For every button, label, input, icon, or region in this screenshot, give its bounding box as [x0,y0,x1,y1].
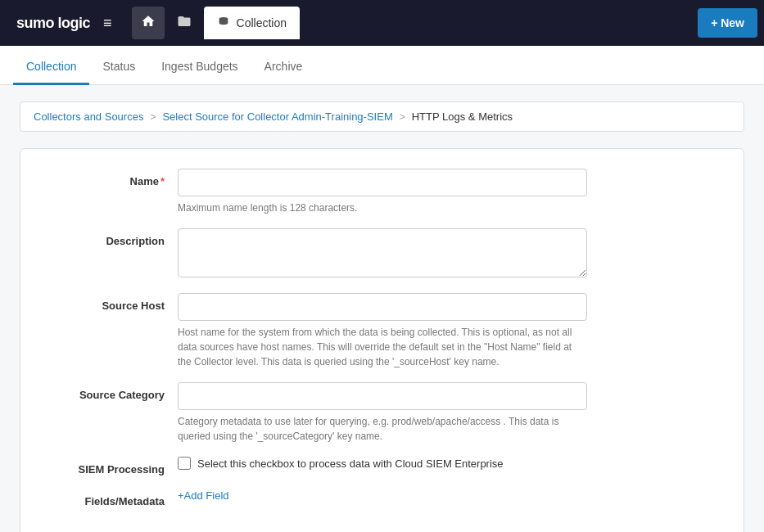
siem-checkbox[interactable] [178,457,191,470]
siem-processing-label: SIEM Processing [47,457,178,476]
source-host-input[interactable] [178,293,587,321]
brand-logo-area: sumo logic ≡ [7,11,129,35]
name-hint: Maximum name length is 128 characters. [178,201,587,215]
folder-button[interactable] [168,7,201,39]
siem-checkbox-row: Select this checkbox to process data wit… [178,457,587,470]
source-category-label: Source Category [47,382,178,401]
description-input[interactable] [178,228,587,277]
tab-archive[interactable]: Archive [251,50,316,85]
new-button[interactable]: + New [698,8,757,38]
name-label: Name* [47,169,178,187]
name-field-container: Maximum name length is 128 characters. [178,169,587,215]
collection-tab[interactable]: Collection [204,7,300,39]
fields-metadata-row: Fields/Metadata +Add Field [47,489,717,507]
collection-tab-icon [217,16,230,31]
collection-tab-label: Collection [237,16,287,29]
name-required: * [160,175,165,187]
tab-status[interactable]: Status [89,50,148,85]
siem-processing-field-container: Select this checkbox to process data wit… [178,457,587,470]
source-host-row: Source Host Host name for the system fro… [47,293,717,369]
breadcrumb-sep-2: > [400,111,405,123]
navbar: sumo logic ≡ Collection + New [0,0,764,46]
source-category-field-container: Category metadata to use later for query… [178,382,587,444]
source-host-hint: Host name for the system from which the … [178,325,587,369]
source-category-hint: Category metadata to use later for query… [178,414,587,444]
tabs-bar: Collection Status Ingest Budgets Archive [0,46,764,85]
description-row: Description [47,228,717,280]
source-host-field-container: Host name for the system from which the … [178,293,587,369]
tab-collection[interactable]: Collection [13,50,89,85]
breadcrumb: Collectors and Sources > Select Source f… [20,101,744,132]
breadcrumb-sep-1: > [150,111,156,123]
add-field-button[interactable]: +Add Field [178,489,229,502]
breadcrumb-select-source[interactable]: Select Source for Collector Admin-Traini… [162,110,392,123]
folder-icon [177,14,192,33]
form-card: Name* Maximum name length is 128 charact… [20,148,744,532]
menu-icon[interactable]: ≡ [97,11,119,35]
siem-processing-row: SIEM Processing Select this checkbox to … [47,457,717,476]
brand-logo: sumo logic [16,15,90,32]
fields-metadata-label: Fields/Metadata [47,489,178,507]
home-button[interactable] [132,7,165,39]
breadcrumb-collectors[interactable]: Collectors and Sources [34,110,143,123]
new-button-label: + New [711,16,744,29]
description-label: Description [47,228,178,247]
description-field-container [178,228,587,280]
source-host-label: Source Host [47,293,178,312]
home-icon [141,14,156,33]
fields-metadata-field-container: +Add Field [178,489,587,502]
content-area: Collection Status Ingest Budgets Archive… [0,46,764,532]
breadcrumb-current: HTTP Logs & Metrics [412,110,513,123]
main-content: Collectors and Sources > Select Source f… [0,85,764,532]
name-row: Name* Maximum name length is 128 charact… [47,169,717,215]
source-category-input[interactable] [178,382,587,410]
source-category-row: Source Category Category metadata to use… [47,382,717,444]
siem-checkbox-label[interactable]: Select this checkbox to process data wit… [197,458,504,470]
name-input[interactable] [178,169,587,196]
tab-ingest-budgets[interactable]: Ingest Budgets [148,50,251,85]
